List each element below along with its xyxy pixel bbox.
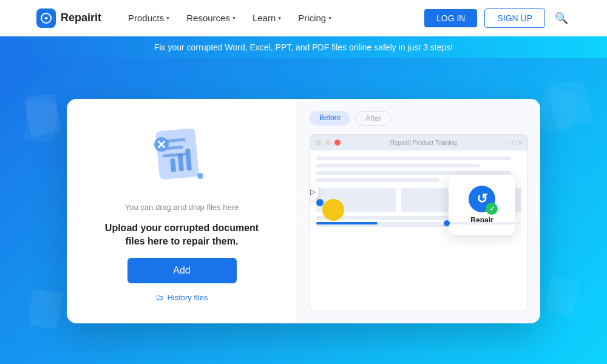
search-button[interactable]: 🔍 [552, 9, 571, 27]
before-after-tabs: Before After [310, 111, 528, 126]
add-button[interactable]: Add [127, 258, 237, 283]
progress-dot [444, 220, 450, 226]
promo-banner: Fix your corrupted Word, Excel, PPT, and… [0, 36, 607, 58]
svg-point-17 [197, 173, 203, 179]
window-content: ◁ ▷ ↺ ✓ Repair [310, 150, 527, 233]
window-dot-1 [315, 140, 321, 146]
progress-fill [316, 222, 378, 224]
hero-section: You can drag and drop files here Upload … [0, 58, 607, 364]
deco-yellow-circle [322, 199, 344, 221]
window-dot-2 [325, 140, 331, 146]
svg-rect-6 [546, 276, 580, 315]
login-button[interactable]: LOG IN [424, 9, 477, 27]
preview-window: Repairit Product Training ─ □ ✕ [310, 134, 528, 311]
window-close-dot [334, 140, 341, 146]
history-link[interactable]: 🗂 History files [155, 293, 208, 302]
nav-products[interactable]: Products ▾ [121, 9, 177, 27]
window-titlebar: Repairit Product Training ─ □ ✕ [310, 135, 527, 150]
upload-illustration [140, 120, 225, 193]
header-actions: LOG IN SIGN UP 🔍 [424, 8, 571, 28]
deco-top-left [18, 95, 67, 143]
main-card: You can drag and drop files here Upload … [67, 99, 540, 323]
upload-instruction: Upload your corrupted document files her… [97, 221, 267, 249]
upload-panel: You can drag and drop files here Upload … [67, 99, 297, 323]
svg-rect-2 [24, 101, 57, 143]
repair-logo: ↺ ✓ [469, 186, 495, 212]
chevron-down-icon: ▾ [328, 15, 331, 21]
arrows-icon: ◁ ▷ [310, 187, 316, 196]
svg-rect-5 [540, 89, 577, 134]
nav-learn[interactable]: Learn ▾ [245, 9, 288, 27]
svg-rect-3 [30, 288, 63, 328]
window-controls: ─ □ ✕ [506, 140, 523, 146]
nav-resources[interactable]: Resources ▾ [179, 9, 243, 27]
chevron-down-icon: ▾ [232, 15, 236, 21]
progress-bar [316, 222, 521, 224]
search-icon: 🔍 [555, 12, 568, 24]
signup-button[interactable]: SIGN UP [484, 8, 545, 28]
chevron-down-icon: ▾ [278, 15, 281, 21]
deco-bottom-right [546, 273, 589, 315]
logo-icon [36, 8, 56, 28]
logo[interactable]: Repairit [36, 8, 101, 28]
history-icon: 🗂 [155, 293, 163, 302]
nav-pricing[interactable]: Pricing ▾ [291, 9, 339, 27]
chevron-down-icon: ▾ [166, 15, 169, 21]
content-line-1 [316, 157, 511, 160]
main-nav: Products ▾ Resources ▾ Learn ▾ Pricing ▾ [121, 9, 424, 27]
repair-card: ↺ ✓ Repair [449, 175, 515, 235]
header: Repairit Products ▾ Resources ▾ Learn ▾ … [0, 0, 607, 36]
tab-after[interactable]: After [355, 111, 391, 126]
drag-drop-text: You can drag and drop files here [125, 203, 239, 212]
content-line-2 [316, 164, 480, 167]
deco-blue-circle [316, 199, 324, 206]
tab-before[interactable]: Before [310, 111, 350, 126]
content-line-4 [316, 178, 439, 182]
preview-panel: Before After Repairit Product Training ─… [297, 99, 540, 323]
logo-text: Repairit [61, 12, 101, 24]
window-title: Repairit Product Training [344, 140, 503, 146]
deco-top-right [540, 83, 595, 137]
repair-check-icon: ✓ [486, 203, 498, 215]
